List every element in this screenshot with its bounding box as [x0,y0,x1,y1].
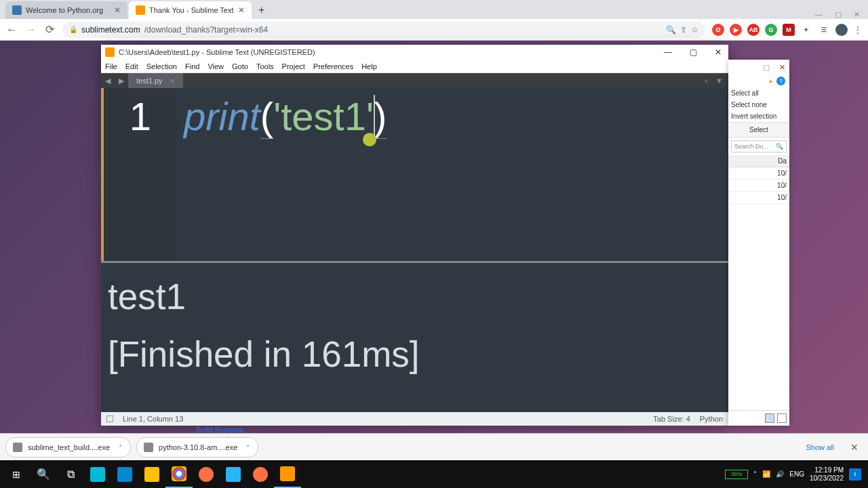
syntax-language[interactable]: Python [700,415,723,423]
date: 10/23/2022 [810,474,844,483]
reading-list-icon[interactable]: ☰ [818,24,830,36]
forward-button[interactable]: → [24,24,37,36]
close-downloads-bar-icon[interactable]: ✕ [846,442,863,453]
menu-file[interactable]: File [105,62,117,70]
language-indicator[interactable]: ENG [789,470,804,478]
back-button[interactable]: ← [5,24,18,36]
tab-size[interactable]: Tab Size: 4 [653,415,690,423]
clock[interactable]: 12:19 PM 10/23/2022 [810,466,844,482]
ext-icon[interactable]: M [783,24,795,36]
taskbar-app[interactable] [247,461,274,488]
new-tab-button[interactable]: + [253,1,271,19]
menu-find[interactable]: Find [185,62,199,70]
status-toggle-icon[interactable] [106,415,113,422]
sublime-titlebar[interactable]: C:\Users\Adeeb\test1.py - Sublime Text (… [101,45,728,60]
sublime-app[interactable] [274,461,301,488]
new-tab-icon[interactable]: ＋ [703,76,715,86]
taskbar-app[interactable] [111,461,138,488]
battery-indicator[interactable]: 36% [725,470,748,479]
chevron-up-icon[interactable]: ⌃ [245,444,251,451]
show-all-downloads[interactable]: Show all [806,443,834,451]
ext-icon[interactable]: O [712,24,724,36]
search-input[interactable]: Search Do... 🔍 [731,140,787,152]
volume-icon[interactable]: 🔊 [776,470,784,478]
taskbar-app[interactable] [84,461,111,488]
select-all[interactable]: Select all [728,87,789,99]
tab-nav-back-icon[interactable]: ◀ [101,77,115,85]
file-tab[interactable]: test1.py ✕ [128,73,183,88]
chrome-app[interactable] [165,461,193,488]
help-icon[interactable]: ? [776,77,785,85]
menu-tools[interactable]: Tools [256,62,274,70]
panel-toolbar: ▴ ? [728,75,789,87]
extensions-icon[interactable]: ✦ [800,24,812,36]
network-icon[interactable]: 📶 [762,470,770,478]
maximize-button[interactable]: ▢ [687,47,700,57]
tab-dropdown-icon[interactable]: ▼ [715,77,728,85]
browser-window-controls: — ▢ ✕ [815,10,868,19]
ext-icon[interactable]: ▶ [730,24,742,36]
taskbar-app[interactable] [220,461,247,488]
minimize-button[interactable]: — [661,47,675,57]
output-line: [Finished in 161ms] [108,334,420,374]
notification-center[interactable]: 1 [849,468,861,481]
build-output-panel[interactable]: test1 [Finished in 161ms] [101,261,728,412]
share-icon[interactable]: ⇪ [680,25,687,35]
tray-chevron-icon[interactable]: ˄ [753,470,757,478]
column-header[interactable]: Da [728,155,789,167]
menu-view[interactable]: View [208,62,224,70]
chevron-up-icon[interactable]: ▴ [769,77,772,85]
task-view-button[interactable]: ⧉ [57,461,84,488]
icons-view-icon[interactable] [777,413,787,423]
invert-selection[interactable]: Invert selection [728,110,789,122]
download-item-sublime[interactable]: sublime_text_build....exe ⌃ [5,437,131,458]
close-tab-icon[interactable]: ✕ [238,5,245,15]
maximize-icon[interactable]: ▢ [835,10,842,19]
menu-project[interactable]: Project [282,62,305,70]
select-none[interactable]: Select none [728,99,789,110]
menu-preferences[interactable]: Preferences [313,62,353,70]
close-button[interactable]: ✕ [712,47,724,57]
search-button[interactable]: 🔍 [30,461,57,488]
ext-icon[interactable]: G [765,24,777,36]
code-paren: ( [260,94,273,139]
chrome-menu-icon[interactable]: ⋮ [853,24,863,35]
firefox-app[interactable] [193,461,220,488]
menu-help[interactable]: Help [361,62,377,70]
chevron-up-icon[interactable]: ⌃ [118,444,123,451]
download-filename: python-3.10.8-am....exe [159,443,237,451]
browser-tab-python[interactable]: Welcome to Python.org ✕ [5,1,127,19]
sublime-favicon [136,5,145,15]
list-item[interactable]: 10/ [728,192,789,204]
browser-tab-sublime[interactable]: Thank You - Sublime Text ✕ [129,1,252,19]
menu-goto[interactable]: Goto [232,62,248,70]
text-cursor [374,95,375,138]
close-file-tab-icon[interactable]: ✕ [170,77,175,85]
ext-icon[interactable]: AB [747,24,760,36]
details-view-icon[interactable] [765,413,774,423]
close-icon[interactable]: ✕ [854,10,860,19]
file-explorer[interactable] [138,461,165,488]
close-icon[interactable]: ✕ [779,63,785,72]
cursor-position[interactable]: Line 1, Column 13 [123,415,183,423]
close-tab-icon[interactable]: ✕ [114,5,121,15]
address-bar[interactable]: 🔒 sublimetext.com/download_thanks?target… [62,22,705,38]
maximize-icon[interactable]: ▢ [763,63,770,72]
zoom-icon[interactable]: 🔍 [666,25,676,35]
minimize-icon[interactable]: — [815,10,823,19]
start-button[interactable]: ⊞ [3,461,30,488]
tab-nav-fwd-icon[interactable]: ▶ [115,77,128,85]
menu-selection[interactable]: Selection [146,62,177,70]
bookmark-icon[interactable]: ☆ [691,25,698,35]
menu-edit[interactable]: Edit [125,62,138,70]
time: 12:19 PM [810,466,844,474]
download-item-python[interactable]: python-3.10.8-am....exe ⌃ [136,437,258,458]
profile-avatar[interactable] [835,24,848,36]
code-editor[interactable]: 1 print('test1') [101,88,728,261]
sublime-text-window: C:\Users\Adeeb\test1.py - Sublime Text (… [101,45,728,426]
list-item[interactable]: 10/ [728,167,789,180]
list-item[interactable]: 10/ [728,180,789,192]
lock-icon: 🔒 [69,26,77,33]
windows-taskbar: ⊞ 🔍 ⧉ 36% ˄ 📶 🔊 ENG 12:19 PM 10/23/2022 … [0,460,868,488]
reload-button[interactable]: ⟳ [43,24,56,36]
